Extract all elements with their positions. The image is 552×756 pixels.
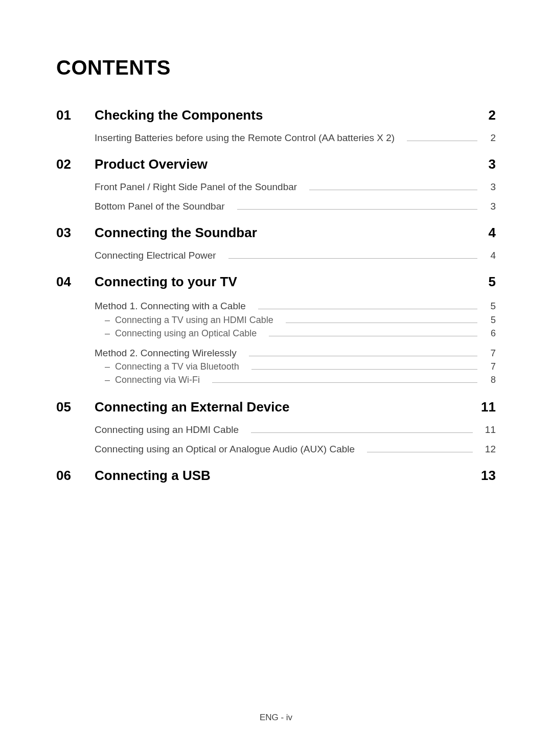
toc-item-label: Connecting using an Optical Cable <box>115 327 263 340</box>
toc-item: Method 1. Connecting with a Cable 5 <box>95 299 496 313</box>
toc-item: Bottom Panel of the Soundbar 3 <box>95 201 496 212</box>
section-title: Connecting an External Device <box>95 399 475 415</box>
dash-icon: – <box>105 360 115 373</box>
page-title: CONTENTS <box>56 56 496 79</box>
toc-leader <box>212 382 477 383</box>
toc-section-header: 06 Connecting a USB 13 <box>56 468 496 484</box>
section-number: 03 <box>56 225 95 241</box>
dash-icon: – <box>105 373 115 386</box>
section-page: 4 <box>475 225 496 241</box>
toc-item-label: Connecting using an Optical or Analogue … <box>95 444 361 455</box>
toc-item-page: 6 <box>484 327 496 340</box>
toc-item-page: 7 <box>484 360 496 373</box>
toc-leader <box>309 190 477 190</box>
toc-item-label: Connecting a TV via Bluetooth <box>115 360 245 373</box>
toc-section-header: 04 Connecting to your TV 5 <box>56 274 496 290</box>
toc-item-label: Inserting Batteries before using the Rem… <box>95 132 401 144</box>
section-title: Checking the Components <box>95 107 475 123</box>
toc-group: Method 1. Connecting with a Cable 5 – Co… <box>56 299 496 340</box>
toc-item: Connecting Electrical Power 4 <box>95 250 496 261</box>
toc-item-page: 8 <box>484 373 496 386</box>
toc-subitem: – Connecting using an Optical Cable 6 <box>105 327 496 340</box>
dash-icon: – <box>105 313 115 327</box>
toc-leader <box>269 336 477 336</box>
section-page: 2 <box>475 107 496 123</box>
toc-item: Inserting Batteries before using the Rem… <box>95 132 496 144</box>
toc-leader <box>251 432 473 433</box>
toc-section-header: 03 Connecting the Soundbar 4 <box>56 225 496 241</box>
toc-item-page: 2 <box>484 132 496 144</box>
section-page: 5 <box>475 274 496 290</box>
toc-item-page: 3 <box>484 201 496 212</box>
toc-item-page: 5 <box>484 299 496 313</box>
toc-leader <box>367 452 473 452</box>
section-page: 11 <box>475 399 496 415</box>
toc-item-label: Method 1. Connecting with a Cable <box>95 299 252 313</box>
toc-leader <box>228 258 477 259</box>
toc-item: Method 2. Connecting Wirelessly 7 <box>95 346 496 360</box>
toc-item: Connecting using an HDMI Cable 11 <box>95 424 496 436</box>
toc-item-label: Connecting Electrical Power <box>95 250 222 261</box>
toc-leader <box>249 356 477 356</box>
section-number: 04 <box>56 274 95 290</box>
toc-section-header: 01 Checking the Components 2 <box>56 107 496 123</box>
section-number: 01 <box>56 107 95 123</box>
toc-item-page: 5 <box>484 313 496 327</box>
section-title: Product Overview <box>95 156 475 172</box>
toc-leader <box>286 323 477 323</box>
toc-leader <box>407 141 477 141</box>
section-title: Connecting the Soundbar <box>95 225 475 241</box>
section-number: 05 <box>56 399 95 415</box>
section-page: 13 <box>475 468 496 484</box>
section-number: 02 <box>56 156 95 172</box>
toc-section-header: 05 Connecting an External Device 11 <box>56 399 496 415</box>
toc-item-label: Connecting via Wi-Fi <box>115 373 206 386</box>
toc-section-header: 02 Product Overview 3 <box>56 156 496 172</box>
toc-group: Method 2. Connecting Wirelessly 7 – Conn… <box>56 346 496 387</box>
toc-leader <box>237 209 477 210</box>
toc-subitem: – Connecting a TV via Bluetooth 7 <box>105 360 496 373</box>
toc-item-page: 11 <box>479 424 496 436</box>
toc-subitem: – Connecting via Wi-Fi 8 <box>105 373 496 386</box>
toc-leader <box>251 369 477 370</box>
page-footer: ENG - iv <box>0 713 552 723</box>
section-title: Connecting to your TV <box>95 274 475 290</box>
toc-item-label: Connecting using an HDMI Cable <box>95 424 245 436</box>
toc-item-page: 3 <box>484 181 496 193</box>
toc-item-label: Front Panel / Right Side Panel of the So… <box>95 181 303 193</box>
toc-item-label: Connecting a TV using an HDMI Cable <box>115 313 280 327</box>
toc-subitem: – Connecting a TV using an HDMI Cable 5 <box>105 313 496 327</box>
toc-item-label: Method 2. Connecting Wirelessly <box>95 346 243 360</box>
toc-item-page: 12 <box>479 444 496 455</box>
toc-item-label: Bottom Panel of the Soundbar <box>95 201 231 212</box>
toc-item: Connecting using an Optical or Analogue … <box>95 444 496 455</box>
toc-item-page: 7 <box>484 346 496 360</box>
dash-icon: – <box>105 327 115 340</box>
section-number: 06 <box>56 468 95 484</box>
toc-item-page: 4 <box>484 250 496 261</box>
toc-item: Front Panel / Right Side Panel of the So… <box>95 181 496 193</box>
section-page: 3 <box>475 156 496 172</box>
section-title: Connecting a USB <box>95 468 475 484</box>
toc-leader <box>258 309 477 309</box>
